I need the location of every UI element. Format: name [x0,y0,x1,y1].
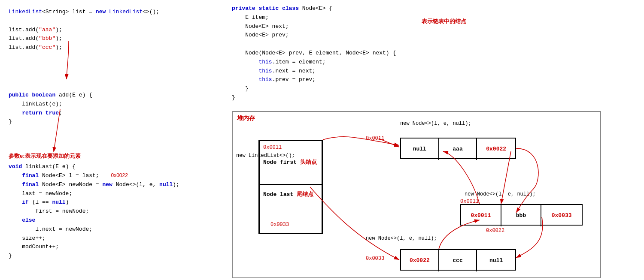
code-line: this.next = next; [232,67,396,76]
heap-label: 堆内存 [237,114,255,122]
node1-cell-prev: null [401,138,439,160]
code-line: final Node<E> l = last; 0x0022 [9,172,215,181]
code-line: last = newNode; [9,190,215,199]
right-panel: private static class Node<E> { E item; N… [223,0,644,280]
ll-addr-label: 0x0011 [263,145,282,151]
node2-box: 0x0011 bbb 0x0033 [460,204,583,226]
code-line: } [232,93,396,102]
node1-cell-next: 0x0022 [477,138,515,160]
code-line: this.item = element; [232,58,396,67]
node2-addr-top-label: 0x0011 [460,199,479,205]
code-line: LinkedList<String> list = new LinkedList… [9,8,215,17]
node3-top-label: new Node<>(l, e, null); [366,235,437,241]
node3-addr-label: 0x0033 [366,256,384,262]
node1-addr-label: 0x0011 [366,135,384,142]
node3-cell-item: ccc [439,250,477,271]
node2-cell-next: 0x0033 [541,205,582,226]
node2-cell-prev: 0x0011 [461,205,501,226]
code-line: l.next = newNode; [9,225,215,234]
page-container: LinkedList<String> list = new LinkedList… [0,0,644,280]
code-line: Node(Node<E> prev, E element, Node<E> ne… [232,49,396,58]
node1-box: null aaa 0x0022 [400,138,516,159]
node2-top-label: new Node<>(l, e, null); [465,191,536,197]
code-line: } [232,84,396,93]
code-line: } [9,252,215,261]
code-line: size++; [9,234,215,243]
heap-diagram: 堆内存 new Node<>(l, e, null); 0x0011 null … [232,111,601,278]
code-line: final Node<E> newNode = new Node<>(l, e,… [9,181,215,190]
code-line: this.prev = prev; [232,75,396,84]
node1-cell-item: aaa [439,138,477,160]
code-line: private static class Node<E> { [232,4,396,13]
code-line [232,40,396,49]
top-code-block: LinkedList<String> list = new LinkedList… [9,8,215,52]
annotation-node-class: 表示链表中的结点 [422,17,466,26]
code-line: else [9,216,215,225]
code-line [9,17,215,26]
ll-addr2-label: 0x0033 [270,222,289,228]
node3-cell-null: null [477,250,515,271]
node2-addr-bottom-label: 0x0022 [486,228,504,234]
code-line: Node<E> prev; [232,31,396,40]
code-line: list.add("bbb"); [9,34,215,43]
code-line: if (l == null) [9,198,215,207]
annotation-param-e: 参数e:表示现在要添加的元素 [9,152,215,160]
linklast-method-block: void linkLast(E e) { final Node<E> l = l… [9,163,215,261]
node-class-code: private static class Node<E> { E item; N… [232,4,635,102]
code-line: list.add("aaa"); [9,26,215,35]
code-line: E item; [232,13,396,22]
code-line: linkLast(e); [9,100,215,109]
node3-box: 0x0022 ccc null [400,249,516,271]
node1-top-label: new Node<>(l, e, null); [400,120,471,126]
ll-last-label: Node last 尾结点 [263,190,313,198]
code-line: public boolean add(E e) { [9,91,215,100]
ll-first-label: Node first 头结点 [263,158,317,166]
code-line: return true; [9,109,215,118]
code-line: first = newNode; [9,207,215,216]
node3-cell-prev: 0x0022 [401,250,439,271]
add-method-block: public boolean add(E e) { linkLast(e); r… [9,91,215,126]
code-line: Node<E> next; [232,22,396,31]
new-ll-label: new LinkedList<>(); [236,153,295,159]
code-line: } [9,117,215,126]
code-line: modCount++; [9,243,215,252]
code-line: list.add("ccc"); [9,43,215,52]
code-line: void linkLast(E e) { [9,163,215,172]
node2-cell-item: bbb [501,205,542,226]
left-panel: LinkedList<String> list = new LinkedList… [0,0,223,280]
